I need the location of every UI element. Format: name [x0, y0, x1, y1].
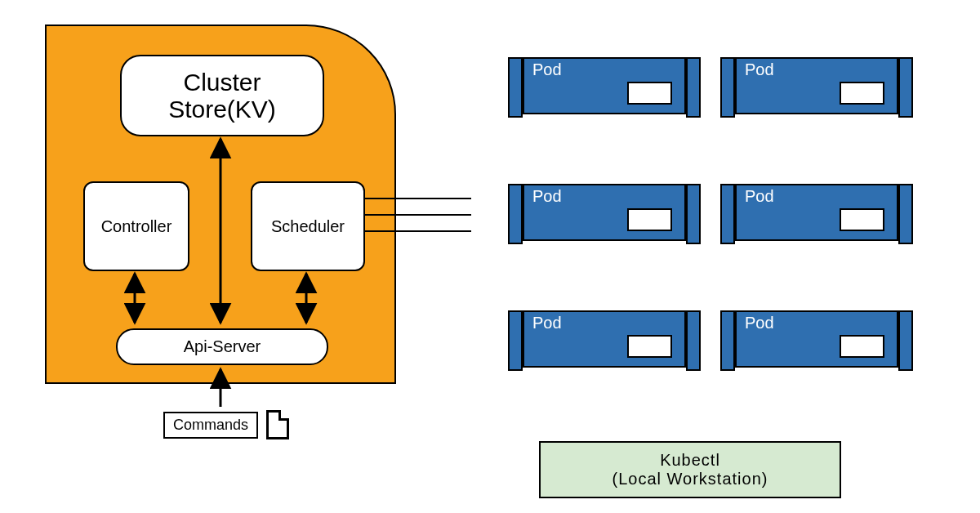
scheduler-link-line [365, 230, 471, 232]
api-server-box: Api-Server [116, 328, 328, 365]
pod-label: Pod [532, 187, 562, 206]
pod-side [720, 310, 735, 371]
kubectl-title: Kubectl [660, 451, 720, 470]
pod-box: Pod [735, 310, 898, 368]
pod-box: Pod [735, 57, 898, 114]
scheduler-label: Scheduler [271, 217, 345, 236]
controller-box: Controller [83, 181, 189, 271]
cluster-store-label: Cluster Store(KV) [168, 69, 276, 123]
pod-side [508, 57, 523, 118]
pod-label: Pod [745, 60, 774, 79]
file-icon [266, 410, 289, 439]
pod-container-icon [840, 82, 884, 105]
pod-label: Pod [745, 314, 774, 332]
pod-label: Pod [532, 314, 562, 332]
pod-container-icon [627, 82, 672, 105]
pod-side [720, 57, 735, 118]
pod-box: Pod [523, 184, 686, 241]
commands-group: Commands [163, 410, 289, 439]
pod-side [686, 57, 701, 118]
pod-side [508, 184, 523, 244]
pod-side [686, 184, 701, 244]
pod-side [898, 184, 913, 244]
scheduler-link-line [365, 214, 471, 216]
api-server-label: Api-Server [184, 337, 261, 356]
master-node: Cluster Store(KV) Controller Scheduler A… [45, 25, 396, 384]
pod-box: Pod [735, 184, 898, 241]
pod-side [508, 310, 523, 371]
cluster-store-box: Cluster Store(KV) [120, 55, 324, 136]
scheduler-link-line [365, 198, 471, 199]
pod-container-icon [840, 335, 884, 358]
pod-container-icon [840, 208, 884, 231]
kubectl-subtitle: (Local Workstation) [612, 470, 768, 488]
pod-container-icon [627, 335, 672, 358]
pod-side [898, 310, 913, 371]
pod-label: Pod [745, 187, 774, 206]
pod-box: Pod [523, 57, 686, 114]
pod-side [898, 57, 913, 118]
pod-side [720, 184, 735, 244]
pod-box: Pod [523, 310, 686, 368]
scheduler-box: Scheduler [251, 181, 365, 271]
pod-label: Pod [532, 60, 562, 79]
pod-side [686, 310, 701, 371]
controller-label: Controller [101, 217, 172, 236]
commands-label: Commands [163, 412, 258, 439]
kubectl-box: Kubectl (Local Workstation) [539, 441, 841, 498]
pod-container-icon [627, 208, 672, 231]
